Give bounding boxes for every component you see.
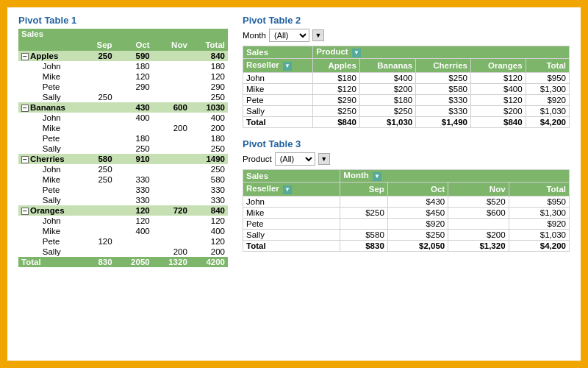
table-row: John 400 400 <box>18 113 228 123</box>
pt1-row-name: Sally <box>18 92 77 102</box>
pt1-row-name: Mike <box>18 71 77 82</box>
pt1-row-total: 120 <box>190 71 228 82</box>
pt1-cat-nov <box>153 51 190 61</box>
table-row: Mike 250 330 580 <box>18 174 228 185</box>
table-row: Sally $250 $250 $330 $200 $1,030 <box>243 106 570 117</box>
pt2-filter-dropdown-btn[interactable]: ▼ <box>312 29 324 41</box>
pt3-row-sep <box>340 219 388 230</box>
pt1-total-label: Total <box>18 257 77 267</box>
pt3-month-label: Month <box>343 171 368 180</box>
pt1-row-oct <box>115 236 153 247</box>
pt1-row-sep <box>77 185 115 195</box>
pt3-row-sep <box>340 197 388 208</box>
pt3-filter-row: Product (All) ▼ <box>243 152 570 166</box>
pt1-row-nov <box>153 113 190 123</box>
collapse-icon[interactable]: − <box>21 208 29 215</box>
pt3-reseller-filter-icon[interactable]: ▼ <box>283 185 292 194</box>
pt2-row-total: $1,300 <box>526 84 569 95</box>
pt3-product-filter[interactable]: (All) <box>275 152 315 166</box>
pt2-row-total: $950 <box>526 73 569 84</box>
pt1-cat-oct: 430 <box>115 102 153 113</box>
table-row: Sally 250 250 <box>18 144 228 154</box>
pt1-row-nov <box>153 71 190 82</box>
pt2-product-filter-icon[interactable]: ▼ <box>352 49 361 57</box>
pt1-row-sep <box>77 82 115 92</box>
pt1-total-nov: 1320 <box>153 257 190 267</box>
pt2-col-total: Total <box>526 59 569 73</box>
pt2-row-name: Pete <box>243 95 313 106</box>
pt3-reseller-label: Reseller <box>246 184 279 193</box>
pt1-row-oct <box>115 164 153 174</box>
pt2-row-cherries: $580 <box>416 84 471 95</box>
pt1-row-sep <box>77 144 115 154</box>
pt1-row-name: John <box>18 216 77 226</box>
pt1-row-oct: 180 <box>115 61 153 71</box>
pt1-row-oct: 250 <box>115 144 153 154</box>
pt1-cat-oct: 590 <box>115 51 153 61</box>
pt2-row-total: $920 <box>526 95 569 106</box>
pt1-cat-oct: 120 <box>115 205 153 216</box>
pt2-total-row: Total $840 $1,030 $1,490 $840 $4,200 <box>243 117 570 128</box>
pt1-row-sep <box>77 216 115 226</box>
pt2-sales-label: Sales <box>243 46 313 59</box>
pt2-reseller-label: Reseller <box>246 60 279 69</box>
table-row: John $430 $520 $950 <box>243 197 570 208</box>
pt1-row-oct: 330 <box>115 195 153 205</box>
pt1-row-nov: 200 <box>153 123 190 133</box>
collapse-icon[interactable]: − <box>21 156 29 163</box>
collapse-icon[interactable]: − <box>21 53 29 60</box>
pt3-row-total: $1,300 <box>509 208 569 219</box>
pt3-row-sep: $580 <box>340 230 388 241</box>
pt3-filter-dropdown-btn[interactable]: ▼ <box>318 153 330 165</box>
pt1-row-total: 120 <box>190 216 228 226</box>
table-row: John 250 250 <box>18 164 228 174</box>
pt2-row-bananas: $400 <box>359 73 415 84</box>
pt2-row-bananas: $250 <box>359 106 415 117</box>
pt3-row-oct: $450 <box>387 208 448 219</box>
pt1-total-total: 4200 <box>190 257 228 267</box>
pt1-row-nov <box>153 144 190 154</box>
pt1-row-oct: 290 <box>115 82 153 92</box>
table-row: Mike 200 200 <box>18 123 228 133</box>
pt2-total-cherries: $1,490 <box>416 117 471 128</box>
pt2-total-oranges: $840 <box>470 117 526 128</box>
pt2-col-oranges: Oranges <box>470 59 526 73</box>
pt3-total-nov: $1,320 <box>448 241 509 252</box>
pt1-row-sep <box>77 226 115 236</box>
pt1-col-name <box>18 39 77 51</box>
collapse-icon[interactable]: − <box>21 105 29 112</box>
pt3-row-name: John <box>243 197 340 208</box>
pt1-row-total: 180 <box>190 61 228 71</box>
pt3-row-oct: $920 <box>387 219 448 230</box>
pt1-row-total: 580 <box>190 174 228 185</box>
pt1-col-oct: Oct <box>115 39 153 51</box>
pt2-sales-header: Sales Product ▼ <box>243 46 570 59</box>
pt3-header-row: Reseller ▼ Sep Oct Nov Total <box>243 183 570 197</box>
pt3-row-total: $950 <box>509 197 569 208</box>
table-row: Mike 400 400 <box>18 226 228 236</box>
pt3-month-filter-icon[interactable]: ▼ <box>373 172 381 181</box>
pt3-total-sep: $830 <box>340 241 388 252</box>
pt1-row-oct: 400 <box>115 113 153 123</box>
pt3-total-total: $4,200 <box>509 241 569 252</box>
pt1-row-nov <box>153 133 190 144</box>
pt2-month-filter[interactable]: (All) <box>269 29 309 42</box>
pt2-row-cherries: $250 <box>416 73 471 84</box>
pt2-reseller-filter-icon[interactable]: ▼ <box>283 62 292 71</box>
pt1-row-oct: 400 <box>115 226 153 236</box>
pt1-row-sep <box>77 123 115 133</box>
pt1-row-name: Sally <box>18 144 77 154</box>
pt1-category-name: −Cherries <box>18 154 77 164</box>
pt1-sales-header-row: Sales <box>18 29 228 39</box>
pivot-table-3: Sales Month ▼ Reseller ▼ Sep Oct N <box>243 169 570 252</box>
pt1-cat-total: 840 <box>190 51 228 61</box>
pt1-row-nov <box>153 92 190 102</box>
pt1-row-total: 180 <box>190 133 228 144</box>
pt3-col-oct: Oct <box>387 183 448 197</box>
table-row: Pete $290 $180 $330 $120 $920 <box>243 95 570 106</box>
pt1-row-name: Sally <box>18 195 77 205</box>
pt2-row-bananas: $180 <box>359 95 415 106</box>
pt3-sales-label: Sales <box>243 170 340 183</box>
right-column: Pivot Table 2 Month (All) ▼ Sales Produc… <box>239 15 570 353</box>
table-row: Pete 120 120 <box>18 236 228 247</box>
